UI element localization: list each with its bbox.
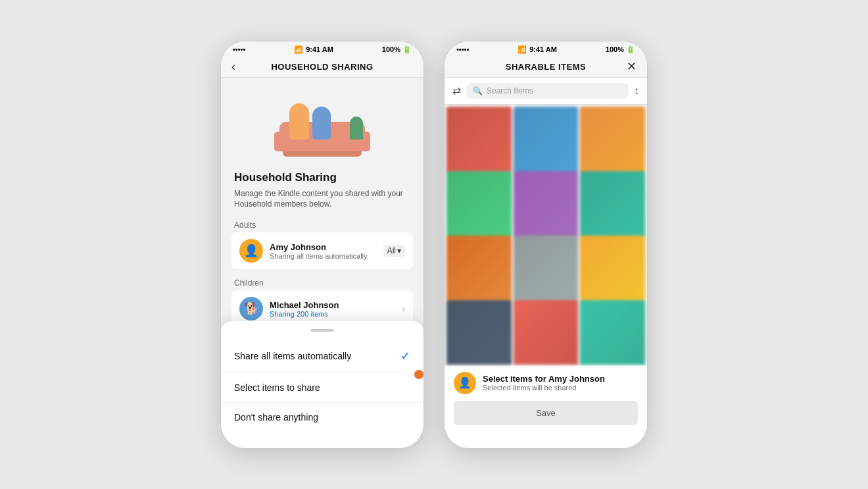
select-avatar: 👤 [454,372,476,394]
sort-icon[interactable]: ↕ [634,85,639,97]
michael-chevron-icon: › [402,303,405,314]
user-info-michael: Michael Johnson Sharing 200 items [270,300,395,318]
person1 [289,103,309,140]
sheet-option-select-label: Select items to share [234,382,320,393]
amy-badge[interactable]: All ▾ [383,245,405,257]
arrow-line [423,374,424,375]
amy-subtitle: Sharing all items automatically. [270,252,377,260]
plant [350,116,363,140]
search-input-wrap[interactable]: 🔍 Search Items [466,83,629,99]
checkmark-icon: ✓ [400,349,410,363]
sheet-option-select[interactable]: Select items to share [221,373,423,403]
amy-badge-label: All [387,246,396,255]
intro-section: Household Sharing Manage the Kindle cont… [221,163,423,216]
person2 [312,107,331,140]
user-info-amy: Amy Johnson Sharing all items automatica… [270,242,377,260]
household-illustration [221,78,423,163]
save-button[interactable]: Save [454,401,638,425]
user-card-amy[interactable]: 👤 Amy Johnson Sharing all items automati… [231,232,413,269]
battery-icon: 🔋 [402,45,412,54]
select-text: Select items for Amy Johnson Selected it… [483,374,605,392]
avatar-amy-icon: 👤 [244,244,258,258]
book-thumb-12[interactable] [580,300,645,365]
phone-1: ••••• 📶 9:41 AM 100% 🔋 ‹ HOUSEHOLD SHARI… [220,41,424,449]
phone2-header: SHARABLE ITEMS ✕ [445,57,647,78]
bottom-sheet: Share all items automatically ✓ Select i… [221,321,423,432]
avatar-michael: 🐕 [239,297,263,321]
close-button[interactable]: ✕ [627,59,637,74]
wifi-icon-2: 📶 [518,45,527,54]
battery-display: 100% [382,45,400,53]
select-subtitle: Selected items will be shared [483,384,605,392]
avatar-amy: 👤 [239,239,263,263]
battery-icon-2: 🔋 [626,45,635,54]
main-title: Household Sharing [234,171,410,184]
phone2-content: ⇄ 🔍 Search Items ↕ [445,78,647,432]
phone2-title: SHARABLE ITEMS [506,62,587,72]
arrow-connector [414,370,424,379]
select-info: 👤 Select items for Amy Johnson Selected … [454,372,638,394]
michael-subtitle: Sharing 200 items [270,310,395,318]
adults-label: Adults [221,215,423,232]
select-panel: 👤 Select items for Amy Johnson Selected … [445,365,647,432]
book-thumb-10[interactable] [446,300,512,365]
sheet-option-none[interactable]: Don't share anything [221,403,423,432]
family-illustration [270,86,375,158]
search-bar: ⇄ 🔍 Search Items ↕ [445,78,647,105]
arrow-circle [414,370,423,379]
phone1-content: Household Sharing Manage the Kindle cont… [221,78,423,432]
back-button[interactable]: ‹ [231,60,235,74]
select-title: Select items for Amy Johnson [483,374,605,384]
status-bar-1: ••••• 📶 9:41 AM 100% 🔋 [221,41,423,57]
amy-name: Amy Johnson [270,242,377,252]
select-avatar-icon: 👤 [458,376,471,389]
time-display: 9:41 AM [306,45,333,53]
book-thumb-11[interactable] [514,300,579,365]
main-subtitle: Manage the Kindle content you shared wit… [234,188,410,211]
avatar-michael-icon: 🐕 [244,301,258,316]
time-display-2: 9:41 AM [529,45,557,53]
search-magnifier-icon: 🔍 [473,86,483,95]
phones-container: ••••• 📶 9:41 AM 100% 🔋 ‹ HOUSEHOLD SHARI… [220,41,648,449]
status-bar-2: ••••• 📶 9:41 AM 100% 🔋 [445,41,647,57]
signal-dots-2: ••••• [456,45,469,53]
wifi-icon: 📶 [294,45,303,54]
michael-name: Michael Johnson [270,300,395,310]
sheet-option-auto[interactable]: Share all items automatically ✓ [221,340,423,373]
phone-2: ••••• 📶 9:41 AM 100% 🔋 SHARABLE ITEMS ✕ … [444,41,648,449]
battery-display-2: 100% [606,45,624,53]
sheet-option-auto-label: Share all items automatically [234,351,351,361]
book-grid [445,105,647,365]
sheet-option-none-label: Don't share anything [234,412,318,423]
dropdown-arrow-icon: ▾ [397,246,401,255]
filter-icon[interactable]: ⇄ [452,84,461,97]
phone1-title: HOUSEHOLD SHARING [271,62,373,72]
search-placeholder: Search Items [487,86,533,95]
sheet-handle [310,329,334,332]
signal-dots: ••••• [233,45,245,53]
children-label: Children [221,273,423,290]
phone1-header: ‹ HOUSEHOLD SHARING [221,57,423,78]
